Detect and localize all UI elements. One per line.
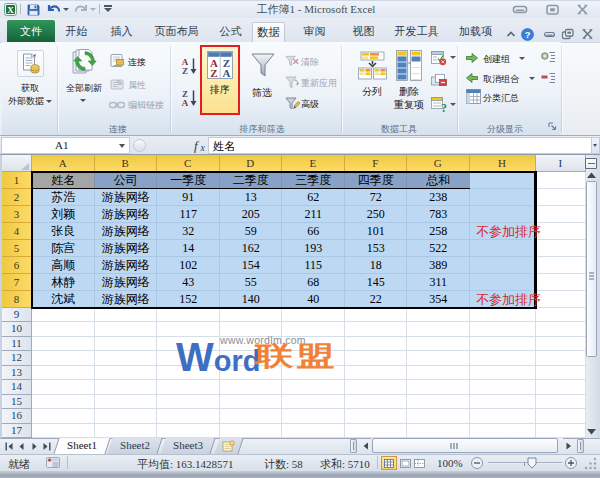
svg-text:X: X	[7, 5, 14, 15]
svg-text:Z: Z	[210, 67, 217, 79]
svg-text:A: A	[223, 67, 231, 79]
svg-text:Z: Z	[182, 66, 188, 75]
svg-text:?: ?	[525, 30, 531, 40]
svg-text:x: x	[200, 143, 206, 153]
svg-text:f: f	[194, 138, 200, 153]
svg-text:A: A	[182, 98, 189, 107]
svg-text:?: ?	[441, 101, 447, 113]
